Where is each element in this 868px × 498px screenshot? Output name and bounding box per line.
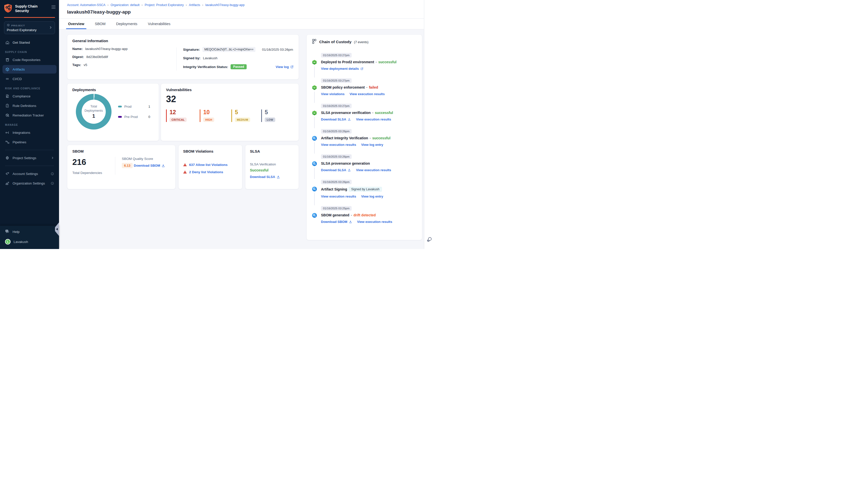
sidebar-item-project-settings[interactable]: Project Settings [2, 154, 56, 162]
artifact-digest: 8d23bd3b5d8f [87, 55, 108, 59]
sidebar-item-remediation-tracker[interactable]: Remediation Tracker [2, 111, 56, 119]
allow-list-violations-label: 637 Allow list Violations [189, 163, 228, 167]
event-links: View violationsView execution results [321, 92, 417, 96]
link-label: View deployment details [321, 67, 359, 70]
user-menu[interactable]: L Lavakush [5, 239, 54, 245]
app-grid-icon[interactable] [51, 5, 55, 10]
breadcrumb-separator: › [202, 3, 203, 7]
download-slsa-link[interactable]: Download SLSA [321, 117, 351, 121]
signature-label: Signature: [183, 48, 200, 51]
document-search-icon [5, 94, 10, 98]
tab-sbom[interactable]: SBOM [94, 18, 107, 29]
severity-row: 12 CRITICAL 10 HIGH 5 MEDIUM [166, 109, 294, 122]
app-window: Supply Chain Security PROJE [0, 0, 434, 249]
info-icon[interactable] [51, 182, 54, 185]
tab-vulnerabilities[interactable]: Vulnerabilities [147, 18, 171, 29]
low-badge: LOW [265, 117, 275, 122]
breadcrumb-organization[interactable]: Organization: default [111, 3, 139, 7]
view-deployment-details-link[interactable]: View deployment details [321, 67, 363, 70]
sidebar-item-label: CI/CD [13, 77, 22, 81]
legend-item-prod[interactable]: Prod 1 [118, 105, 150, 108]
custody-event-sbom-generated: 01/16/2025 03:25pmSBOM generated-drift d… [312, 206, 417, 231]
donut-total-value: 1 [92, 113, 95, 119]
sidebar-item-pipelines[interactable]: Pipelines [2, 138, 56, 146]
deny-list-violations-link[interactable]: 2 Deny list Violations [183, 170, 237, 174]
right-rail [424, 0, 434, 249]
project-selector[interactable]: PROJECT Product Exploratory [4, 21, 55, 34]
breadcrumb-project[interactable]: Project: Product Exploratory [145, 3, 184, 7]
view-log-entry-link[interactable]: View log entry [361, 195, 383, 198]
signature-value[interactable]: MEQCICde2VjIT...bL+2+mqnOXw== [203, 47, 256, 52]
sidebar-item-label: Project Settings [13, 156, 36, 160]
info-icon[interactable] [51, 172, 54, 175]
sidebar-item-compliance[interactable]: Compliance [2, 92, 56, 101]
event-title-separator: - [370, 136, 371, 140]
sbom-total-label: Total Dependencies [72, 171, 115, 175]
download-sbom-link[interactable]: Download SBOM [134, 163, 165, 167]
sidebar-item-rule-definitions[interactable]: Rule Definitions [2, 101, 56, 110]
sidebar-item-label: Get Started [13, 41, 30, 44]
low-count: 5 [265, 109, 275, 115]
high-badge: HIGH [203, 117, 214, 122]
sidebar-divider [5, 150, 54, 150]
sidebar-divider [5, 166, 54, 166]
download-slsa-link[interactable]: Download SLSA [321, 168, 351, 172]
general-information-title: General Information [72, 39, 294, 43]
sidebar-item-label: Rule Definitions [13, 104, 36, 108]
sidebar-section-manage: MANAGE [5, 123, 54, 126]
view-execution-results-link[interactable]: View execution results [321, 195, 356, 198]
sidebar-item-label: Pipelines [13, 140, 26, 144]
artifact-name: lavakush07/easy-buggy-app [85, 47, 128, 51]
breadcrumb-current[interactable]: lavakush07/easy-buggy-app [205, 3, 244, 7]
sidebar-item-integrations[interactable]: Integrations [2, 128, 56, 137]
sidebar-item-label: Compliance [13, 94, 30, 98]
view-execution-results-link[interactable]: View execution results [356, 168, 391, 172]
view-violations-link[interactable]: View violations [321, 92, 345, 96]
chain-of-custody-title: Chain of Custody [319, 40, 351, 44]
breadcrumb-account[interactable]: Account: Automation-SSCA [67, 3, 105, 7]
view-execution-results-link[interactable]: View execution results [357, 220, 392, 224]
sidebar-item-get-started[interactable]: Get Started [2, 38, 56, 47]
download-sbom-link[interactable]: Download SBOM [321, 220, 352, 224]
breadcrumb-artifacts[interactable]: Artifacts [189, 3, 200, 7]
critical-count: 12 [170, 109, 186, 115]
medium-badge: MEDIUM [235, 117, 250, 122]
tab-overview[interactable]: Overview [67, 18, 86, 29]
view-execution-results-link[interactable]: View execution results [321, 143, 356, 147]
view-log-link[interactable]: View log [276, 65, 294, 69]
critical-badge: CRITICAL [170, 117, 186, 122]
event-timestamp: 01/16/2025 03:27pm [321, 104, 352, 108]
view-execution-results-link[interactable]: View execution results [356, 117, 391, 121]
allow-list-violations-link[interactable]: 637 Allow list Violations [183, 163, 237, 167]
feedback-chat-icon[interactable] [426, 236, 432, 244]
sbom-quality-label: SBOM Quality Score [122, 157, 165, 161]
event-title: SBOM generated [321, 213, 349, 217]
signature-timestamp: 01/16/2025 03:26pm [262, 48, 294, 51]
sidebar-item-cicd[interactable]: ∞ CI/CD [2, 75, 56, 83]
legend-label: Pre Prod [124, 115, 138, 119]
sidebar-section-supply-chain: SUPPLY CHAIN [5, 51, 54, 53]
download-slsa-link[interactable]: Download SLSA [250, 175, 280, 179]
breadcrumb: Account: Automation-SSCA › Organization:… [67, 3, 426, 7]
event-status: successful [378, 60, 396, 64]
sidebar-item-account-settings[interactable]: Account Settings [2, 169, 56, 178]
sidebar-item-code-repositories[interactable]: Code Repositories [2, 55, 56, 64]
sidebar-item-artifacts[interactable]: Artifacts [2, 65, 56, 74]
view-execution-results-link[interactable]: View execution results [350, 92, 385, 96]
deny-list-violations-label: 2 Deny list Violations [189, 170, 223, 174]
severity-medium: 5 MEDIUM [231, 109, 250, 122]
warning-triangle-icon [183, 170, 187, 174]
view-log-entry-link[interactable]: View log entry [361, 143, 383, 147]
artifact-cube-icon [5, 67, 10, 71]
custody-events-list: ∞01/16/2025 03:27pmDeployed to Prod2 env… [312, 53, 417, 231]
layers-gear-icon [5, 172, 10, 176]
help-button[interactable]: ? Help [5, 229, 54, 234]
tab-deployments[interactable]: Deployments [115, 18, 138, 29]
legend-item-preprod[interactable]: Pre Prod 0 [118, 115, 150, 119]
link-label: View execution results [321, 143, 356, 147]
pipeline-hexagon-icon: ∞ [312, 110, 317, 116]
pipelines-icon [5, 140, 10, 144]
sidebar-item-organization-settings[interactable]: Organization Settings [2, 179, 56, 187]
code-repo-icon [5, 58, 10, 62]
event-status: successful [375, 111, 393, 115]
